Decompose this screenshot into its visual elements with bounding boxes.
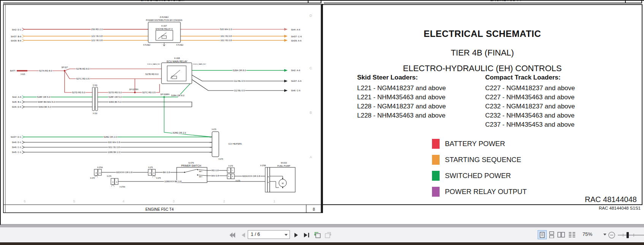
schematic-label: A xyxy=(153,172,155,174)
legend-label: POWER RELAY OUTPUT xyxy=(445,188,527,196)
zoom-slider xyxy=(607,230,644,240)
schematic-label: 908F BK/WH 5.0 xyxy=(38,101,55,103)
schematic-label: 527B RD 8.0 xyxy=(146,73,159,75)
schematic-label: C xyxy=(310,66,312,70)
schematic-label: 528F OR 5.0 xyxy=(37,96,51,98)
schematic-label: 528A OR 8.0 xyxy=(233,69,246,72)
model-line: C227 - NGM418237 and above xyxy=(485,84,575,93)
schematic-label: 527D RD 5.0 xyxy=(72,91,85,94)
schematic-label: D xyxy=(310,14,312,18)
schematic-label: 528E OR 2.0 xyxy=(104,136,117,138)
schematic-label: 601 YE 0.8 xyxy=(108,146,120,148)
schematic-label: WH 0.8 xyxy=(211,175,219,177)
schematic-label: SH2: A-6 xyxy=(12,96,22,98)
schematic-label: 1086 BK 2.0 xyxy=(108,151,120,153)
model-line: L228 - NHM435463 and above xyxy=(357,111,446,120)
legend-swatch-battery xyxy=(432,139,440,149)
schematic-label: X-079 xyxy=(228,165,233,167)
schematic-label: 1086XXX BK 0.8 xyxy=(164,180,182,183)
schematic-label: X-076 xyxy=(107,175,112,177)
schematic-label: 520 WH 2.0 xyxy=(220,28,232,30)
facing-continuous-view-icon xyxy=(568,232,576,238)
schematic-label: 8 xyxy=(313,207,315,212)
schematic-label: X-075 xyxy=(156,177,161,179)
schematic-label: 5 xyxy=(73,199,75,203)
schematic-label: X-ECU_MAIN_RLY xyxy=(147,63,161,65)
schematic-label: 906A BK 5.0 xyxy=(38,106,51,108)
schematic-label: X-FUSE2 xyxy=(143,44,150,46)
previous-view-button[interactable] xyxy=(313,228,322,243)
first-page-button[interactable] xyxy=(228,228,237,243)
facing-continuous-view-button[interactable] xyxy=(567,231,577,239)
schematic-label: X-FUSE2 xyxy=(176,44,184,46)
zoom-level-value[interactable]: 75% xyxy=(582,231,592,237)
facing-view-button[interactable] xyxy=(556,231,566,239)
model-line: C232 - NGM418237 and above xyxy=(485,102,575,111)
schematic-label: SP-528RH xyxy=(160,93,169,95)
schematic-label: C xyxy=(228,169,229,171)
schematic-label: ENGINE RELAY A xyxy=(155,28,172,30)
previous-sheet-right-edge xyxy=(324,3,642,3)
schematic-label: X-ECU_MAIN_RLY xyxy=(193,63,206,65)
legend-label: SWITCHED POWER xyxy=(445,172,511,180)
schematic-label: SH5: C-1 xyxy=(12,151,21,153)
schematic-label: SH37: A-6 xyxy=(291,80,302,82)
last-page-button[interactable] xyxy=(302,228,311,243)
schematic-label: A xyxy=(150,172,151,174)
schematic-label: SH39: B-6 xyxy=(11,40,21,42)
compact-track-header: Compact Track Loaders: xyxy=(485,74,575,81)
first-page-icon xyxy=(229,232,236,238)
schematic-label: RD 0.8 xyxy=(212,169,219,172)
doc-title: ELECTRICAL SCHEMATIC xyxy=(323,29,642,39)
schematic-label: 600AXXX OR 0.8 xyxy=(242,175,260,177)
schematic-label: M xyxy=(282,182,284,185)
schematic-label: A xyxy=(100,172,101,174)
schematic-label: SH37: B-6 xyxy=(11,35,21,38)
schematic-label: 4 xyxy=(122,199,124,203)
schematic-label: 112 BL 0.5 xyxy=(234,80,245,82)
schematic-label: 256 RD 2.0 xyxy=(91,28,103,30)
previous-page-button[interactable] xyxy=(239,228,247,243)
schematic-label: A xyxy=(96,172,97,174)
pdf-viewer-window: GROUNDING SYSTEM ENGINE F5C T4 xyxy=(0,0,644,245)
zoom-dropdown-caret-icon[interactable] xyxy=(603,234,606,235)
doc-subtitle-controls: ELECTRO-HYDRAULIC (EH) CONTROLS xyxy=(323,64,642,73)
legend-swatch-switched xyxy=(432,171,440,181)
schematic-label: BK 0.8 xyxy=(163,171,170,173)
schematic-label: SH37: D-1 xyxy=(11,136,22,138)
schematic-label: B xyxy=(228,175,229,177)
facing-view-icon xyxy=(557,232,565,238)
legend-row: SWITCHED POWER xyxy=(432,171,527,181)
schematic-label: BAT2 xyxy=(199,176,203,178)
schematic-label: SH6: C-1 xyxy=(12,146,21,148)
legend-swatch-starting xyxy=(432,155,440,165)
doc-number: RAC 48144048 xyxy=(585,195,637,204)
doc-reference: RAC 48144048 S1S1 xyxy=(599,206,641,210)
next-page-button[interactable] xyxy=(292,228,300,243)
zoom-slider-handle[interactable] xyxy=(627,232,629,238)
schematic-label: 528F OR 5.0 xyxy=(109,96,122,98)
schematic-label: X-076A xyxy=(119,186,125,188)
continuous-view-button[interactable] xyxy=(547,231,556,239)
schematic-label: 6 xyxy=(24,199,25,203)
legend-label: STARTING SEQUENCE xyxy=(445,156,521,164)
compact-track-list: Compact Track Loaders: C227 - NGM418237 … xyxy=(485,74,575,129)
schematic-label: SH6: D-6 xyxy=(12,106,21,108)
schematic-label: X-079 xyxy=(236,180,241,182)
model-line: L221 - NGM418237 and above xyxy=(357,84,446,93)
single-page-view-icon xyxy=(540,232,545,238)
single-page-view-button[interactable] xyxy=(538,231,546,239)
next-view-button[interactable] xyxy=(323,228,332,243)
schematic-label: FUEL PUMP xyxy=(277,165,290,167)
schematic-label: 121 YE 0.8 xyxy=(91,35,103,37)
page-number-field[interactable]: 1 / 6 xyxy=(248,230,290,239)
schematic-label: B xyxy=(116,181,117,183)
doc-subtitle-tier: TIER 4B (FINAL) xyxy=(323,48,642,58)
schematic-label: BAT1 xyxy=(199,171,203,172)
skid-steer-list: Skid Steer Loaders: L221 - NGM418237 and… xyxy=(357,74,446,120)
schematic-label: X-076A xyxy=(97,167,103,169)
schematic-label: 121 YE 0.8 xyxy=(91,39,103,41)
window-bottom-edge xyxy=(0,242,644,245)
schematic-label: Z-FUSE2 xyxy=(160,16,169,18)
schematic-label: 528A OR 8.0 xyxy=(171,94,185,97)
